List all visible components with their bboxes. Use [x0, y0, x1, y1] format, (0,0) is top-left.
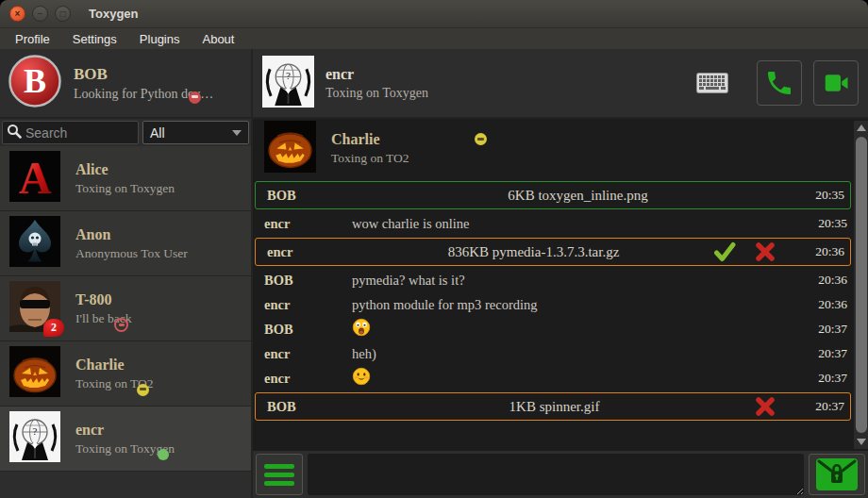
contact-filter-dropdown[interactable]: All [142, 121, 249, 144]
close-button[interactable]: × [9, 6, 25, 22]
contact-name: T-800 [75, 291, 131, 308]
svg-text:?: ? [286, 70, 291, 81]
message-time: 20:37 [804, 322, 847, 337]
message-row: encrheh)20:37 [253, 341, 853, 366]
message-row: encr20:37 [253, 366, 853, 390]
conversation-avatar: ? [262, 56, 314, 111]
message-time: 20:36 [804, 273, 847, 288]
self-profile-panel[interactable]: B BOB Looking for Python dev… [0, 49, 253, 117]
menu-profile[interactable]: Profile [4, 32, 61, 46]
search-input[interactable] [25, 125, 120, 141]
maximize-button[interactable]: □ [55, 6, 71, 22]
chat-peer-strip[interactable]: Charlie Toxing on TO2 [253, 119, 868, 177]
message-time: 20:35 [801, 188, 844, 203]
contact-row-alice[interactable]: A Alice Toxing on Toxygen [0, 146, 251, 211]
message-sender: BOB [264, 322, 352, 338]
message-sender: BOB [267, 188, 355, 204]
file-name: 836KB pymedia-1.3.7.3.tar.gz [355, 244, 712, 260]
message-sender: encr [264, 346, 352, 362]
contact-list: A Alice Toxing on Toxygen Anon Anonymous… [0, 146, 251, 472]
contact-row-anon[interactable]: Anon Anonymous Tox User [0, 211, 251, 276]
message-row: BOB20:37 [253, 317, 853, 341]
message-text: python module for mp3 recording [352, 297, 804, 313]
search-icon [7, 124, 22, 142]
busy-ring-status-icon [114, 318, 128, 332]
message-text: wow charlie is online [352, 216, 804, 232]
toxygen-window: × − □ Toxygen ProfileSettingsPluginsAbou… [0, 0, 868, 498]
contact-status-message: Toxing on Toxygen [75, 181, 175, 196]
menu-plugins[interactable]: Plugins [128, 32, 192, 46]
contact-status-message: Anonymous Tox User [75, 246, 188, 261]
contact-row-t-800[interactable]: T-800 I'll be back2 [0, 276, 251, 341]
contact-row-charlie[interactable]: Charlie Toxing on TO2 [0, 341, 251, 407]
menu-settings[interactable]: Settings [61, 32, 128, 46]
contact-name: encr [75, 422, 175, 439]
scrollbar-up-arrow[interactable] [854, 121, 868, 135]
titlebar[interactable]: × − □ Toxygen [0, 0, 868, 28]
message-time: 20:37 [804, 346, 847, 361]
emoji-surprised-icon [352, 318, 804, 340]
message-sender: encr [267, 244, 355, 260]
contact-avatar [9, 346, 60, 401]
scrollbar-down-arrow[interactable] [854, 435, 868, 449]
chat-menu-button[interactable] [256, 454, 303, 495]
send-encrypted-button[interactable] [809, 454, 865, 495]
message-row: encrwow charlie is online20:35 [253, 211, 853, 236]
messages-scrollbar[interactable] [854, 121, 868, 449]
chat-peer-away-status-icon [475, 133, 487, 145]
message-time: 20:36 [804, 297, 847, 312]
unread-count-badge: 2 [43, 319, 64, 337]
message-sender: BOB [267, 399, 355, 415]
file-transfer-row: encr836KB pymedia-1.3.7.3.tar.gz20:36 [255, 238, 851, 266]
video-call-button[interactable] [813, 60, 859, 106]
file-transfer-row: BOB1KB spinner.gif20:37 [255, 392, 851, 421]
composer-bar [253, 451, 868, 498]
online-status-icon [158, 449, 169, 460]
self-name: BOB [74, 65, 213, 84]
emoji-smile-icon [352, 367, 804, 390]
chat-peer-name: Charlie [331, 131, 380, 148]
menu-about[interactable]: About [191, 32, 245, 46]
conversation-name: encr [326, 66, 428, 83]
message-time: 20:37 [801, 399, 844, 414]
accept-transfer-button[interactable] [712, 241, 737, 263]
contact-avatar: A [9, 151, 60, 206]
menubar: ProfileSettingsPluginsAbout [0, 28, 868, 49]
message-time: 20:35 [804, 216, 847, 231]
message-sender: encr [264, 216, 352, 232]
message-sender: BOB [264, 273, 352, 289]
message-sender: encr [264, 297, 352, 313]
audio-call-button[interactable] [757, 60, 802, 106]
message-row: BOBpymedia? what is it?20:36 [253, 268, 853, 292]
message-sender: encr [264, 371, 352, 387]
contact-name: Alice [75, 161, 175, 178]
sidebar: All A Alice Toxing on Toxygen Anon Anony… [0, 119, 253, 498]
minimize-button[interactable]: − [32, 6, 48, 22]
file-name: 6KB toxygen_inline.png [355, 188, 801, 204]
svg-text:B: B [24, 62, 46, 100]
contact-name: Charlie [75, 357, 154, 374]
chevron-down-icon [232, 130, 242, 136]
contact-avatar: ? [9, 411, 60, 466]
message-row: encrpython module for mp3 recording20:36 [253, 292, 853, 317]
message-time: 20:36 [801, 244, 844, 259]
file-transfer-row: BOB6KB toxygen_inline.png20:35 [255, 181, 851, 209]
file-name: 1KB spinner.gif [355, 399, 754, 415]
chat-peer-status-message: Toxing on TO2 [331, 151, 487, 166]
message-list: BOB6KB toxygen_inline.png20:35encrwow ch… [253, 177, 868, 451]
svg-text:A: A [19, 153, 52, 202]
away-status-icon [137, 384, 149, 396]
scrollbar-thumb[interactable] [856, 137, 867, 433]
contact-row-encr[interactable]: ? encr Toxing on Toxygen [0, 407, 251, 472]
message-time: 20:37 [804, 371, 847, 386]
decline-transfer-button[interactable] [754, 241, 776, 263]
search-box [2, 121, 139, 144]
decline-transfer-button[interactable] [754, 395, 776, 418]
contact-avatar [9, 216, 60, 271]
message-input[interactable] [308, 454, 804, 495]
keyboard-icon[interactable] [696, 73, 728, 93]
chat-area: Charlie Toxing on TO2 BOB6KB toxygen_inl… [253, 119, 868, 498]
svg-text:?: ? [33, 425, 38, 437]
self-avatar: B [8, 54, 62, 112]
header-row: B BOB Looking for Python dev… ? encr Tox… [0, 49, 868, 119]
